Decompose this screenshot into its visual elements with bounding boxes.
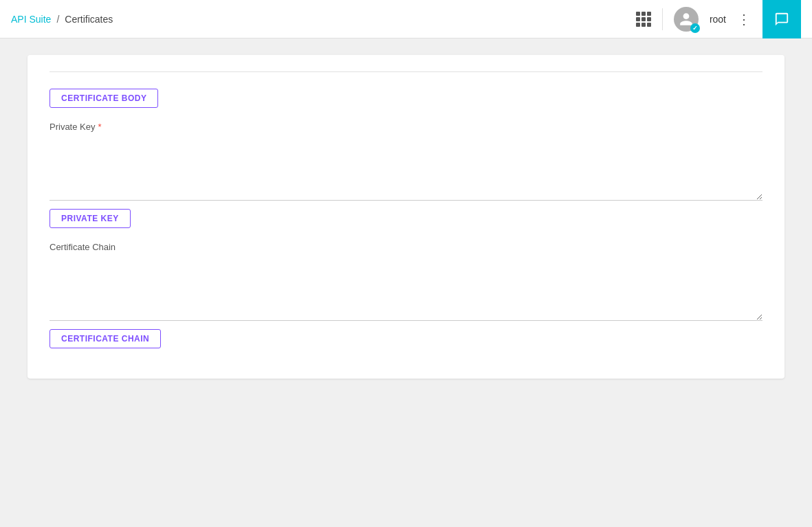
more-options-icon[interactable]: ⋮ xyxy=(737,11,751,27)
certificate-chain-group: Certificate Chain CERTIFICATE CHAIN xyxy=(50,242,762,348)
topbar-right: root ⋮ xyxy=(636,0,801,38)
private-key-textarea-wrapper xyxy=(50,137,762,203)
top-divider xyxy=(50,71,762,72)
certificate-body-button[interactable]: CERTIFICATE BODY xyxy=(50,89,158,108)
private-key-button[interactable]: PRIVATE KEY xyxy=(50,209,131,228)
main-content: CERTIFICATE BODY Private Key * PRIVATE K… xyxy=(0,38,812,527)
certificate-body-group: CERTIFICATE BODY xyxy=(50,83,762,108)
breadcrumb-certificates: Certificates xyxy=(65,14,113,25)
certificate-chain-button[interactable]: CERTIFICATE CHAIN xyxy=(50,329,161,348)
breadcrumb-separator: / xyxy=(56,14,59,25)
certificate-chain-textarea-wrapper xyxy=(50,258,762,324)
required-star: * xyxy=(98,122,101,132)
private-key-group: Private Key * PRIVATE KEY xyxy=(50,122,762,228)
chat-button[interactable] xyxy=(762,0,801,38)
user-avatar-wrapper[interactable] xyxy=(674,7,699,32)
certificate-chain-textarea[interactable] xyxy=(50,258,762,321)
verified-badge xyxy=(690,23,700,33)
topbar-divider xyxy=(662,8,663,30)
username-label: root xyxy=(710,14,726,25)
private-key-textarea[interactable] xyxy=(50,137,762,201)
certificate-chain-label: Certificate Chain xyxy=(50,242,762,252)
topbar: API Suite / Certificates root ⋮ xyxy=(0,0,812,38)
private-key-label: Private Key * xyxy=(50,122,762,132)
grid-icon[interactable] xyxy=(636,12,651,27)
form-card: CERTIFICATE BODY Private Key * PRIVATE K… xyxy=(28,55,784,379)
breadcrumb: API Suite / Certificates xyxy=(11,14,113,25)
breadcrumb-api-suite[interactable]: API Suite xyxy=(11,14,51,25)
